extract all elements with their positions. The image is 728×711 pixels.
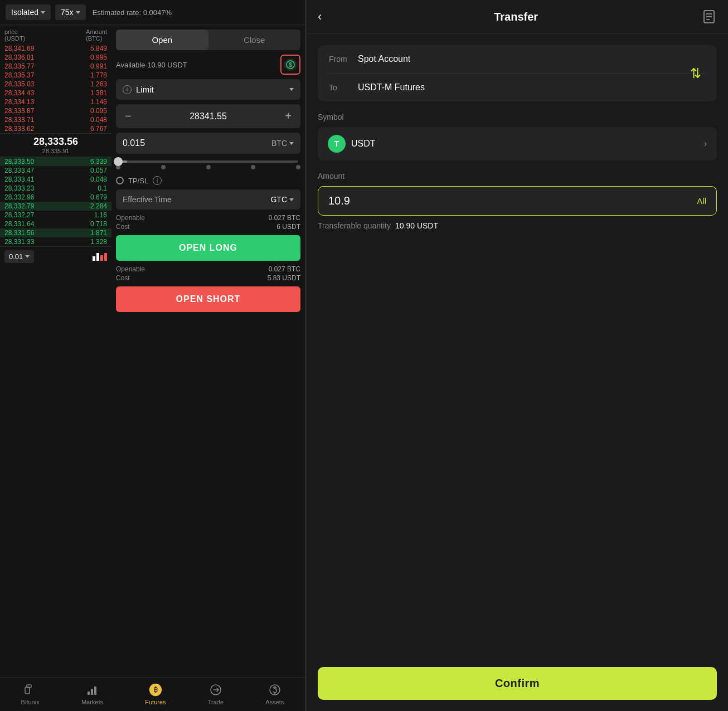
effective-time-row[interactable]: Effective Time GTC — [116, 189, 300, 210]
bottom-nav: Bitunix Markets ₿ Futures — [0, 677, 305, 711]
transfer-body: From Spot Account To USDT-M Futures ⇅ Sy… — [307, 34, 728, 656]
asks-list: 28,341.695.849 28,336.010.995 28,335.770… — [0, 44, 111, 133]
sub-price: 28,335.91 — [0, 148, 111, 154]
transfer-icon-btn[interactable]: $ — [280, 55, 300, 75]
swap-button[interactable]: ⇅ — [686, 64, 706, 84]
symbol-left: T USDT — [328, 135, 376, 153]
table-row: 28,334.131.146 — [0, 98, 111, 106]
price-minus-btn[interactable]: − — [123, 110, 134, 123]
confirm-button[interactable]: Confirm — [318, 667, 717, 700]
sidebar-item-assets[interactable]: Assets — [265, 683, 284, 705]
available-label: Available 10.90 USDT — [116, 61, 187, 69]
tab-close[interactable]: Close — [208, 30, 301, 50]
tpsl-row: TP/SL i — [116, 176, 300, 185]
table-row: 28,335.770.991 — [0, 62, 111, 71]
cost-short-value: 5.83 USDT — [211, 274, 301, 282]
svg-text:₿: ₿ — [153, 686, 157, 694]
transfer-icon: $ — [284, 59, 297, 71]
gtc-dropdown[interactable]: GTC — [270, 195, 294, 204]
order-book: price(USDT) Amount(BTC) 28,341.695.849 2… — [0, 25, 111, 677]
to-label: To — [329, 83, 351, 92]
qty-dropdown[interactable]: 0.01 — [4, 250, 34, 263]
price-input-row: − 28341.55 + — [116, 104, 300, 128]
sidebar-item-trade[interactable]: Trade — [208, 683, 224, 705]
open-close-tabs: Open Close — [116, 30, 300, 50]
qty-input-row: 0.015 BTC — [116, 133, 300, 154]
amount-input-card[interactable]: 10.9 All — [318, 186, 717, 216]
all-button[interactable]: All — [697, 196, 706, 206]
slider-row[interactable] — [116, 158, 300, 172]
qty-value[interactable]: 0.015 — [123, 138, 271, 148]
price-header: price(USDT) — [4, 28, 25, 42]
tpsl-radio[interactable] — [116, 177, 124, 184]
open-long-button[interactable]: OPEN LONG — [116, 235, 300, 261]
sidebar-item-bitunix[interactable]: Bitunix — [21, 683, 40, 705]
table-row: 28,333.626.767 — [0, 124, 111, 133]
nav-label-trade: Trade — [208, 699, 224, 705]
main-price: 28,333.56 — [0, 136, 111, 148]
sidebar-item-futures[interactable]: ₿ Futures — [145, 683, 166, 705]
available-row: Available 10.90 USDT $ — [116, 55, 300, 75]
usdt-icon: T — [328, 135, 346, 153]
svg-rect-3 — [27, 685, 31, 688]
order-type-row[interactable]: i Limit — [116, 79, 300, 100]
leverage-dropdown[interactable]: 75x — [55, 4, 86, 20]
table-row: 28,332.960.679 — [0, 193, 111, 202]
cost-short-label: Cost — [116, 274, 206, 282]
slider-dot-2 — [161, 165, 166, 169]
from-to-card: From Spot Account To USDT-M Futures ⇅ — [318, 45, 717, 101]
isolated-dropdown[interactable]: Isolated — [6, 4, 51, 20]
table-row: 28,333.470.057 — [0, 166, 111, 175]
trade-panel: Open Close Available 10.90 USDT $ — [111, 25, 305, 677]
openable-short-label: Openable — [116, 265, 206, 273]
open-short-button[interactable]: OPEN SHORT — [116, 286, 300, 312]
symbol-label: Symbol — [318, 113, 717, 121]
symbol-card[interactable]: T USDT › — [318, 127, 717, 160]
transferable-label: Transferable quantity — [318, 221, 391, 230]
nav-label-assets: Assets — [265, 699, 284, 705]
slider-thumb[interactable] — [114, 157, 123, 166]
sidebar-item-markets[interactable]: Markets — [81, 683, 103, 705]
right-panel: ‹ Transfer From Spot Account To USDT-M F… — [307, 0, 728, 711]
table-row: 28,336.010.995 — [0, 53, 111, 62]
chevron-right-icon: › — [704, 139, 707, 149]
svg-rect-4 — [88, 691, 90, 695]
table-row: 28,341.695.849 — [0, 44, 111, 53]
isolated-arrow-icon — [41, 11, 45, 14]
history-button[interactable] — [701, 9, 717, 25]
ob-header: price(USDT) Amount(BTC) — [0, 27, 111, 43]
svg-rect-6 — [94, 686, 96, 695]
swap-arrows-icon: ⇅ — [690, 66, 701, 81]
back-button[interactable]: ‹ — [318, 9, 322, 24]
table-row: 28,332.271.16 — [0, 211, 111, 220]
from-label: From — [329, 55, 351, 64]
price-value[interactable]: 28341.55 — [134, 111, 283, 121]
isolated-label: Isolated — [11, 8, 38, 17]
order-type-label: Limit — [136, 85, 285, 94]
from-row: From Spot Account — [329, 54, 706, 64]
estimated-rate: Estimated rate: 0.0047% — [93, 8, 172, 17]
nav-label-markets: Markets — [81, 699, 103, 705]
info-icon: i — [123, 85, 132, 94]
current-price: 28,333.56 28,335.91 — [0, 133, 111, 157]
amount-header: Amount(BTC) — [86, 28, 107, 42]
slider-dot-4 — [251, 165, 255, 169]
table-row: 28,333.230.1 — [0, 184, 111, 193]
tab-open[interactable]: Open — [116, 30, 208, 50]
markets-icon — [85, 683, 99, 697]
table-row: 28,332.792.284 — [0, 202, 111, 211]
tpsl-label: TP/SL — [128, 177, 148, 185]
table-row: 28,335.371.778 — [0, 71, 111, 80]
chart-bar-1 — [93, 256, 95, 261]
nav-label-bitunix: Bitunix — [21, 699, 40, 705]
amount-value[interactable]: 10.9 — [328, 194, 350, 207]
chart-icon — [93, 253, 107, 261]
short-info-grid: Openable 0.027 BTC Cost 5.83 USDT — [116, 265, 300, 282]
nav-label-futures: Futures — [145, 699, 166, 705]
order-type-arrow-icon — [289, 88, 294, 91]
gtc-value: GTC — [270, 195, 287, 204]
chart-bar-2 — [96, 253, 99, 261]
openable-long-value: 0.027 BTC — [211, 214, 301, 222]
price-plus-btn[interactable]: + — [283, 110, 294, 123]
from-to-divider — [329, 73, 706, 74]
